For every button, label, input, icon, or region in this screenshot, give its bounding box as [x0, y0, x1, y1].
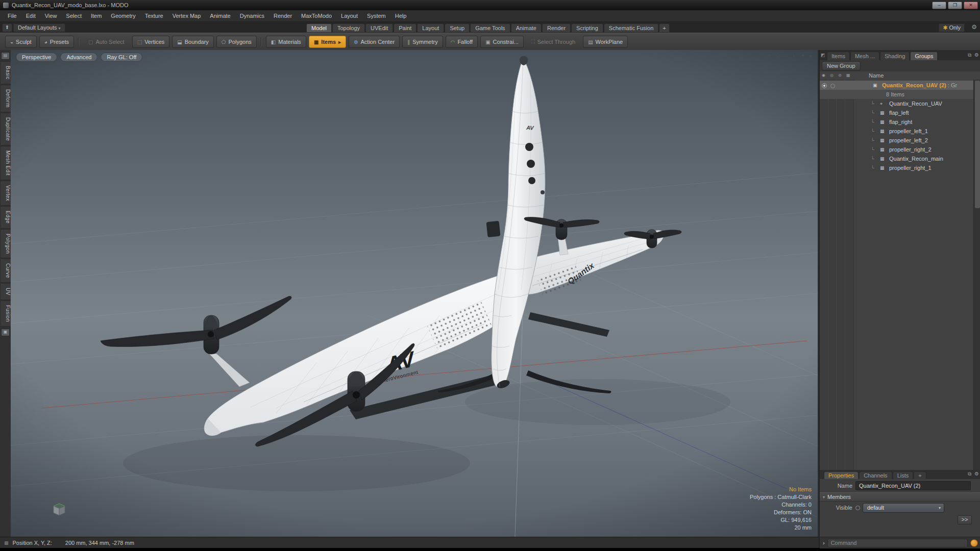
members-section-header[interactable]: ▾ Members	[820, 492, 980, 502]
tree-row[interactable]: └ ▦ propeller_left_1	[820, 127, 974, 136]
tab-model[interactable]: Model	[306, 23, 332, 32]
tab-uvedit[interactable]: UVEdit	[365, 23, 393, 32]
tab-schematic-fusion[interactable]: Schematic Fusion	[604, 23, 658, 32]
tree-row[interactable]: └ ⌖ Quantix_Recon_UAV	[820, 99, 974, 108]
tab-paint[interactable]: Paint	[394, 23, 416, 32]
more-icon[interactable]: ▸	[810, 52, 813, 59]
tab-layout[interactable]: Layout	[417, 23, 444, 32]
vertices-button[interactable]: ⬚Vertices	[132, 36, 170, 48]
scrollbar-thumb[interactable]	[975, 81, 980, 208]
left-tab-curve[interactable]: Curve	[0, 259, 11, 283]
menu-item[interactable]: View	[40, 13, 62, 19]
menu-item[interactable]: System	[362, 13, 390, 19]
zoom-icon[interactable]: ⌕	[785, 52, 789, 59]
tab-properties[interactable]: Properties	[824, 471, 859, 479]
viewport-3d[interactable]: AV AeroVironment Quantix AV	[11, 50, 818, 537]
tab-shading[interactable]: Shading	[880, 52, 910, 60]
command-input[interactable]	[827, 539, 968, 547]
boundary-button[interactable]: ⬓Boundary	[172, 36, 214, 48]
popout-icon[interactable]: ⧉	[968, 471, 971, 477]
minimize-button[interactable]: –	[932, 2, 946, 9]
left-tab-duplicate[interactable]: Duplicate	[0, 113, 11, 145]
palette-icon[interactable]: ▤	[1, 52, 10, 60]
menu-item[interactable]: MaxToModo	[297, 13, 336, 19]
menu-item[interactable]: Vertex Map	[168, 13, 206, 19]
tab-render[interactable]: Render	[542, 23, 571, 32]
perspective-button[interactable]: Perspective	[16, 53, 57, 62]
menu-item[interactable]: File	[3, 13, 21, 19]
tree-row[interactable]: └ ▦ propeller_right_2	[820, 145, 974, 154]
falloff-button[interactable]: ◠Falloff	[446, 36, 478, 48]
left-tab-basic[interactable]: Basic	[0, 61, 11, 84]
left-tab-polygon[interactable]: Polygon	[0, 229, 11, 259]
visible-dropdown[interactable]: default ▾	[863, 503, 944, 513]
advanced-button[interactable]: Advanced	[60, 53, 97, 62]
symmetry-button[interactable]: ∥Symmetry	[402, 36, 443, 48]
menu-item[interactable]: Animate	[205, 13, 235, 19]
tab-scripting[interactable]: Scripting	[571, 23, 603, 32]
tab-lists[interactable]: Lists	[893, 471, 914, 479]
rotate-icon[interactable]: ⟳	[776, 52, 781, 59]
add-tab-button[interactable]: +	[659, 23, 669, 32]
record-macro-icon[interactable]	[970, 539, 978, 547]
eye-icon[interactable]	[822, 83, 827, 88]
eye-icon[interactable]: ◉	[822, 73, 825, 78]
gear-icon[interactable]: ⚙	[974, 52, 979, 58]
menu-item[interactable]: Dynamics	[235, 13, 269, 19]
shade-dot-icon[interactable]: ◎	[830, 73, 834, 78]
workplane-button[interactable]: ▤WorkPlane	[583, 36, 628, 48]
only-button[interactable]: ✱Only	[939, 23, 965, 32]
tree-scrollbar[interactable]	[973, 80, 980, 470]
left-tab-uv[interactable]: UV	[0, 283, 11, 300]
items-button[interactable]: ▦Items▸	[309, 36, 346, 48]
shade-dot-icon[interactable]	[830, 84, 835, 88]
menu-item[interactable]: Help	[390, 13, 411, 19]
left-tab-deform[interactable]: Deform	[0, 85, 11, 112]
cube-icon[interactable]: ▦	[846, 73, 850, 78]
tab-items[interactable]: Items	[827, 52, 850, 60]
raygl-button[interactable]: Ray GL: Off	[101, 53, 142, 62]
materials-button[interactable]: ◧Materials	[266, 36, 306, 48]
presets-button[interactable]: ◕Presets	[39, 36, 74, 48]
spark-icon[interactable]: ✦	[800, 52, 805, 59]
new-group-button[interactable]: New Group	[822, 61, 861, 70]
left-tab-vertex[interactable]: Vertex	[0, 181, 11, 206]
tree-row-group[interactable]: ▣ Quantix_Recon_UAV (2) : Gr	[820, 81, 974, 90]
menu-item[interactable]: Render	[269, 13, 297, 19]
layout-up-icon[interactable]: ⬆	[2, 23, 12, 32]
menu-item[interactable]: Select	[61, 13, 86, 19]
tab-animate[interactable]: Animate	[511, 23, 542, 32]
name-column-header[interactable]: Name	[869, 72, 884, 79]
tab-setup[interactable]: Setup	[445, 23, 470, 32]
expand-button[interactable]: >>	[958, 515, 972, 524]
tree-row[interactable]: └ ▦ Quantix_Recon_main	[820, 154, 974, 163]
tab-channels[interactable]: Channels	[859, 471, 892, 479]
tree-row[interactable]: └ ▦ propeller_left_2	[820, 136, 974, 145]
tab-topology[interactable]: Topology	[332, 23, 365, 32]
group-label[interactable]: Quantix_Recon_UAV (2) : Gr	[882, 82, 957, 88]
add-tab-button[interactable]: +	[914, 471, 926, 479]
tab-mesh[interactable]: Mesh ...	[850, 52, 879, 60]
tree-row[interactable]: └ ▦ flap_right	[820, 117, 974, 127]
left-tab-fusion[interactable]: Fusion	[0, 300, 11, 327]
sculpt-button[interactable]: ◒Sculpt	[5, 36, 37, 48]
left-tab-edge[interactable]: Edge	[0, 206, 11, 228]
auto-select-button[interactable]: ▢Auto Select	[83, 36, 130, 48]
action-center-button[interactable]: ⊕Action Center	[349, 36, 400, 48]
close-button[interactable]: ✕	[964, 2, 978, 9]
gear-icon[interactable]: ⚙	[974, 471, 979, 477]
tab-groups[interactable]: Groups	[910, 52, 938, 60]
default-layouts-button[interactable]: Default Layouts ▾	[13, 23, 65, 32]
gear-icon[interactable]: ⚙	[971, 23, 977, 31]
command-prompt-icon[interactable]: ›	[823, 540, 825, 546]
menu-item[interactable]: Edit	[21, 13, 40, 19]
menu-item[interactable]: Layout	[336, 13, 362, 19]
menu-item[interactable]: Item	[86, 13, 106, 19]
constraints-button[interactable]: ▣Constrai...	[480, 36, 524, 48]
lock-icon[interactable]: ⊘	[838, 73, 842, 78]
maximize-button[interactable]: ❐	[948, 2, 962, 9]
name-field[interactable]	[855, 481, 971, 490]
left-tab-mesh-edit[interactable]: Mesh Edit	[0, 146, 11, 180]
package-icon[interactable]: ▣	[1, 329, 10, 336]
tab-game-tools[interactable]: Game Tools	[470, 23, 510, 32]
